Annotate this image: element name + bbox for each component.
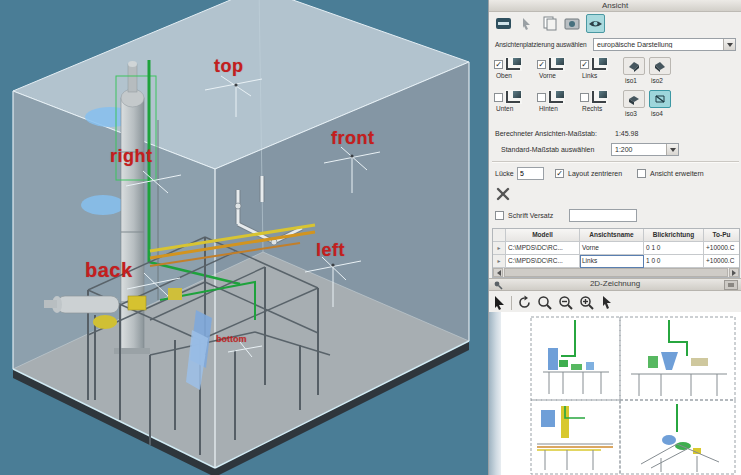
view-thumb-icon [591, 90, 608, 104]
delete-view-button[interactable] [495, 186, 511, 203]
standard-scale-dropdown[interactable]: 1:200 [611, 143, 679, 156]
row-marker[interactable]: ► [493, 242, 506, 255]
view-option-vorne[interactable]: ✓ Vorne [537, 57, 579, 79]
unten-checkbox[interactable] [494, 93, 503, 102]
oben-checkbox[interactable]: ✓ [494, 60, 503, 69]
sheets-icon[interactable] [540, 14, 559, 33]
cell-direction[interactable]: 1 0 0 [644, 255, 704, 268]
iso4-label: iso4 [651, 110, 663, 117]
view-thumb-icon [505, 57, 522, 71]
offset-label: Schrift Versatz [508, 212, 553, 219]
table-row[interactable]: ► C:\MPDS\DC\RC... Links 1 0 0 +10000.C [493, 255, 739, 268]
cell-name[interactable]: Links [580, 255, 644, 268]
view-option-unten[interactable]: Unten [494, 90, 536, 112]
view-label-top: top [214, 56, 243, 77]
layout-center-label: Layout zentrieren [568, 170, 622, 177]
view-label-bottom: bottom [216, 334, 247, 344]
view-thumb-icon [548, 90, 565, 104]
views-table: Modell Ansichtsname Blickrichtung To-Pu … [492, 228, 740, 278]
panel-title: Ansicht [489, 0, 741, 12]
select-arrow-icon[interactable] [493, 295, 506, 311]
placement-label: Ansichtenplatzierung auswählen [495, 41, 587, 48]
iso3-label: iso3 [625, 110, 637, 117]
view-option-label: Rechts [582, 105, 622, 112]
links-checkbox[interactable]: ✓ [580, 60, 589, 69]
toolbar-separator [511, 296, 512, 310]
cell-name[interactable]: Vorne [580, 242, 644, 255]
view-option-label: Links [582, 72, 622, 79]
view-option-oben[interactable]: ✓ Oben [494, 57, 536, 79]
view-option-label: Oben [496, 72, 536, 79]
pick-arrow-icon[interactable] [600, 295, 613, 311]
iso1-button[interactable] [623, 57, 645, 75]
offset-input[interactable] [569, 209, 637, 222]
iso4-button[interactable] [649, 90, 671, 108]
zoom-window-icon[interactable] [537, 295, 553, 312]
offset-checkbox[interactable] [495, 211, 504, 220]
cell-model[interactable]: C:\MPDS\DC\RC... [506, 242, 580, 255]
gap-input[interactable] [517, 167, 544, 180]
iso1-label: iso1 [625, 77, 637, 84]
iso2-label: iso2 [651, 77, 663, 84]
col-topoint[interactable]: To-Pu [704, 229, 739, 242]
extend-view-checkbox[interactable] [637, 169, 646, 178]
camera-box-icon[interactable] [563, 14, 582, 33]
computed-scale-value: 1:45.98 [615, 130, 638, 137]
row-marker[interactable]: ► [493, 255, 506, 268]
ansicht-panel: Ansicht Ansichtenplatzierung auswählen e… [488, 0, 741, 475]
layout-center-checkbox[interactable]: ✓ [555, 169, 564, 178]
iso3-button[interactable] [623, 90, 645, 108]
2d-drawing-panel-title: 2D-Zeichnung [489, 279, 741, 288]
2d-drawing-preview[interactable] [501, 312, 741, 475]
zoom-out-icon[interactable] [558, 295, 574, 312]
view-label-back: back [85, 259, 133, 282]
scroll-thumb[interactable] [504, 268, 728, 277]
3d-scene-canvas[interactable] [0, 0, 488, 475]
cell-direction[interactable]: 0 1 0 [644, 242, 704, 255]
hinten-checkbox[interactable] [537, 93, 546, 102]
view-option-label: Unten [496, 105, 536, 112]
view-label-left: left [316, 240, 345, 261]
separator [492, 161, 739, 163]
view-option-label: Hinten [539, 105, 579, 112]
view-label-front: front [331, 128, 374, 149]
view-option-hinten[interactable]: Hinten [537, 90, 579, 112]
view-thumb-icon [548, 57, 565, 71]
iso2-button[interactable] [649, 57, 671, 75]
col-ansichtsname[interactable]: Ansichtsname [580, 229, 644, 242]
rechts-checkbox[interactable] [580, 93, 589, 102]
vorne-checkbox[interactable]: ✓ [537, 60, 546, 69]
screen-view-icon[interactable] [494, 14, 513, 33]
zoom-in-icon[interactable] [579, 295, 595, 312]
panel-toolbar [494, 14, 605, 33]
view-label-right: right [110, 146, 153, 167]
table-header-row: Modell Ansichtsname Blickrichtung To-Pu [493, 229, 739, 242]
chevron-down-icon[interactable] [666, 144, 678, 155]
col-blickrichtung[interactable]: Blickrichtung [644, 229, 704, 242]
cell-topoint[interactable]: +10000.C [704, 255, 739, 268]
table-hscrollbar[interactable] [493, 268, 739, 277]
col-modell[interactable]: Modell [506, 229, 580, 242]
view-option-rechts[interactable]: Rechts [580, 90, 622, 112]
computed-scale-label: Berechneter Ansichten-Maßstab: [495, 130, 597, 137]
view-option-links[interactable]: ✓ Links [580, 57, 622, 79]
cell-topoint[interactable]: +10000.C [704, 242, 739, 255]
panel-options-button[interactable] [724, 280, 738, 290]
scroll-right-icon[interactable] [729, 268, 739, 277]
scroll-left-icon[interactable] [493, 268, 503, 277]
3d-viewport[interactable]: top front right left back bottom [0, 0, 488, 475]
cad-application-window: top front right left back bottom Ansicht [0, 0, 741, 475]
extend-view-label: Ansicht erweitern [650, 170, 704, 177]
cell-model[interactable]: C:\MPDS\DC\RC... [506, 255, 580, 268]
chevron-down-icon[interactable] [723, 39, 735, 50]
drawing-left-strip [489, 312, 501, 475]
view-thumb-icon [505, 90, 522, 104]
gap-label: Lücke [495, 170, 514, 177]
rotate-refresh-icon[interactable] [517, 295, 532, 311]
standard-scale-value: 1:200 [612, 146, 666, 153]
eye-view-icon[interactable] [586, 14, 605, 33]
placement-value: europäische Darstellung [594, 41, 723, 48]
placement-dropdown[interactable]: europäische Darstellung [593, 38, 736, 51]
table-row[interactable]: ► C:\MPDS\DC\RC... Vorne 0 1 0 +10000.C [493, 242, 739, 255]
pointer-tool-icon[interactable] [517, 14, 536, 33]
